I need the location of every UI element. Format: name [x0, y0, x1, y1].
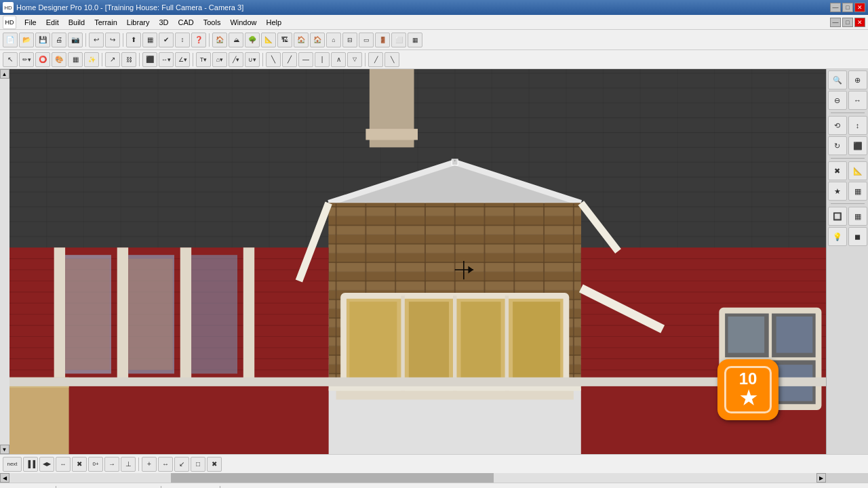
save-btn[interactable]: 💾: [35, 33, 50, 47]
menu-help[interactable]: Help: [262, 17, 286, 28]
menu-3d[interactable]: 3D: [155, 17, 172, 28]
down-btn[interactable]: ↙: [174, 457, 189, 472]
texture-btn[interactable]: ▦: [848, 207, 867, 226]
diag-dn-tool[interactable]: ╱: [282, 52, 297, 67]
text-tool[interactable]: T▾: [196, 52, 211, 67]
draw-tool[interactable]: ✏▾: [19, 52, 34, 67]
check-btn[interactable]: ✔: [159, 33, 174, 47]
zoom-in-btn[interactable]: 🔍: [828, 70, 847, 89]
inner-close-btn[interactable]: ✕: [854, 18, 865, 27]
pause-btn[interactable]: ▐▐: [23, 457, 38, 472]
diag-up-tool[interactable]: ╲: [266, 52, 281, 67]
roof-btn[interactable]: ⌂: [326, 33, 341, 47]
perp-btn[interactable]: ⊥: [121, 457, 136, 472]
house2-btn[interactable]: 🏠: [310, 33, 325, 47]
grid-btn[interactable]: ▦: [142, 33, 157, 47]
window-btn[interactable]: ⬜: [391, 33, 406, 47]
scroll-down-btn[interactable]: ▼: [0, 445, 9, 454]
grid3d-btn[interactable]: ▦: [848, 182, 867, 201]
promo-badge[interactable]: 10 ★: [717, 359, 778, 420]
record-btn[interactable]: ◀▶: [39, 457, 54, 472]
dollhouse-btn[interactable]: 0+: [88, 457, 103, 472]
hscroll-thumb[interactable]: [171, 473, 494, 483]
camera-btn[interactable]: 📷: [68, 33, 83, 47]
inner-maximize-btn[interactable]: □: [842, 18, 853, 27]
measure-btn[interactable]: ↕: [175, 33, 190, 47]
pattern-tool[interactable]: ▦: [68, 52, 83, 67]
line-tool[interactable]: ╱▾: [229, 52, 243, 67]
vert-tool[interactable]: |: [315, 52, 330, 67]
remove-btn[interactable]: ✖: [207, 457, 222, 472]
inner-minimize-btn[interactable]: —: [830, 18, 841, 27]
roof-outline-tool[interactable]: ⌂▾: [212, 52, 227, 67]
menu-library[interactable]: Library: [123, 17, 154, 28]
pointer-tool[interactable]: ↖: [3, 52, 18, 67]
backslash-tool[interactable]: ╲: [384, 52, 399, 67]
hscroll-left-btn[interactable]: ◀: [0, 473, 9, 483]
hscroll-right-btn[interactable]: ▶: [816, 473, 826, 483]
help-btn[interactable]: ❓: [191, 33, 206, 47]
house-btn[interactable]: 🏠: [294, 33, 309, 47]
terrain-btn[interactable]: ⛰: [229, 33, 243, 47]
light-btn[interactable]: 💡: [828, 227, 847, 246]
pan-btn[interactable]: ↔: [848, 91, 867, 110]
menu-tools[interactable]: Tools: [199, 17, 225, 28]
cad-btn[interactable]: 📐: [261, 33, 276, 47]
menu-cad[interactable]: CAD: [174, 17, 197, 28]
hscroll-track[interactable]: [9, 473, 816, 483]
frame-btn[interactable]: □: [191, 457, 205, 472]
sparkle-tool[interactable]: ✨: [84, 52, 99, 67]
wall-btn[interactable]: ▭: [359, 33, 374, 47]
floor-plan-btn[interactable]: 🏠: [212, 33, 227, 47]
slash-tool[interactable]: ╱: [368, 52, 383, 67]
deck-btn[interactable]: ▦: [408, 33, 422, 47]
undo-btn[interactable]: ↩: [89, 33, 104, 47]
redo-btn[interactable]: ↪: [105, 33, 120, 47]
render-btn[interactable]: 🔲: [828, 207, 847, 226]
plant-btn[interactable]: 🌳: [245, 33, 260, 47]
box-tool[interactable]: ⬛: [142, 52, 157, 67]
print-btn[interactable]: 🖨: [52, 33, 66, 47]
orbit-btn[interactable]: ⟲: [828, 116, 847, 135]
menu-build[interactable]: Build: [64, 17, 89, 28]
arrow-tool[interactable]: ↗: [105, 52, 120, 67]
crosshair-btn[interactable]: +: [142, 457, 157, 472]
tilt-btn[interactable]: ⬛: [848, 136, 867, 155]
scroll-up-btn[interactable]: ▲: [0, 69, 9, 79]
outer-maximize-btn[interactable]: □: [842, 3, 853, 12]
walkthrough-btn[interactable]: ↕: [848, 116, 867, 135]
chain-tool[interactable]: ⛓: [121, 52, 136, 67]
titlebar-controls[interactable]: — □ ✕: [830, 3, 865, 12]
viewport[interactable]: 10 ★: [9, 69, 826, 454]
menu-edit[interactable]: Edit: [42, 17, 63, 28]
angledim-tool[interactable]: ∠▾: [175, 52, 190, 67]
zoom-out-btn[interactable]: ⊖: [828, 91, 847, 110]
select-btn[interactable]: ⬆: [126, 33, 141, 47]
measure3d-btn[interactable]: 📐: [848, 161, 867, 180]
stairs-btn[interactable]: ⊟: [342, 33, 357, 47]
new-btn[interactable]: 📄: [3, 33, 18, 47]
shadow-btn[interactable]: ◼: [848, 227, 867, 246]
dim-tool[interactable]: ↔▾: [159, 52, 174, 67]
menu-file[interactable]: File: [20, 17, 41, 28]
menu-window[interactable]: Window: [226, 17, 260, 28]
select3d-btn[interactable]: ✖: [828, 161, 847, 180]
door-btn[interactable]: 🚪: [375, 33, 390, 47]
menu-terrain[interactable]: Terrain: [90, 17, 121, 28]
mark-btn[interactable]: ★: [828, 182, 847, 201]
horiz-tool[interactable]: —: [298, 52, 313, 67]
curve-tool[interactable]: ∪▾: [245, 52, 260, 67]
outer-close-btn[interactable]: ✕: [854, 3, 865, 12]
walk-btn[interactable]: ↔: [56, 457, 71, 472]
flat-tool[interactable]: ▽: [347, 52, 362, 67]
zoom-fit-btn[interactable]: ⊕: [848, 70, 867, 89]
next-btn[interactable]: next: [3, 457, 22, 472]
outer-minimize-btn[interactable]: —: [830, 3, 841, 12]
angle-tool[interactable]: ∧: [331, 52, 346, 67]
circle-tool[interactable]: ⭕: [35, 52, 50, 67]
fly-btn[interactable]: ✖: [72, 457, 87, 472]
strafe-btn[interactable]: ↔: [158, 457, 173, 472]
build-btn[interactable]: 🏗: [277, 33, 292, 47]
forward-btn[interactable]: →: [104, 457, 119, 472]
open-btn[interactable]: 📂: [19, 33, 34, 47]
